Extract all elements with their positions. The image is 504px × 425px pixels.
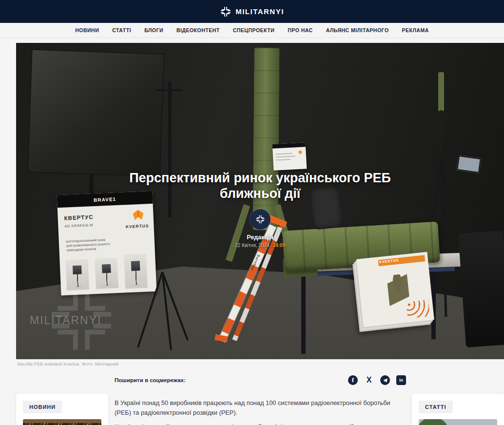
- share-label: Поширити в соцмережах:: [115, 377, 186, 383]
- publish-date: 22 Квітня, 2024 14:09: [16, 243, 504, 248]
- telegram-plane-glyph: [383, 378, 388, 383]
- article-title: Перспективний ринок українського РЕБ бли…: [124, 171, 397, 202]
- nav-item-news[interactable]: НОВИНИ: [75, 27, 99, 33]
- articles-section-badge[interactable]: СТАТТІ: [419, 401, 453, 413]
- publish-time: 14:09: [272, 243, 285, 248]
- site-header: MILITARNYI: [0, 0, 504, 23]
- photo-table-leg: [301, 272, 306, 354]
- telegram-icon[interactable]: [380, 375, 390, 385]
- author-name[interactable]: Редакція: [16, 234, 504, 241]
- facebook-icon[interactable]: f: [348, 375, 358, 385]
- articles-thumbnail-image[interactable]: [419, 419, 497, 425]
- main-navigation: НОВИНИ СТАТТІ БЛОГИ ВІДЕОКОНТЕНТ СПЕЦПРО…: [0, 23, 504, 38]
- nav-item-alliance[interactable]: АЛЬЯНС МІЛІТАРНОГО: [326, 27, 389, 33]
- brochure-pattern: [406, 300, 430, 319]
- news-sidebar-card: НОВИНИ: [16, 394, 108, 425]
- photo-dark-crate: [458, 231, 504, 348]
- nav-item-ads[interactable]: РЕКЛАМА: [402, 27, 429, 33]
- nav-item-video[interactable]: ВІДЕОКОНТЕНТ: [176, 27, 220, 33]
- hero-image: BRAVE1 КВЕРТУС AD KRAKEN-M KVERTUS БАГАТ…: [16, 43, 504, 359]
- date-text: 22 Квітня, 2024: [235, 243, 270, 248]
- hero-overlay: Перспективний ринок українського РЕБ бли…: [16, 171, 504, 248]
- militarnyi-watermark: MILITARNYI: [30, 285, 137, 356]
- photo-caption: Засоби РЕБ компанії Kvertus. Фото: Міліт…: [17, 361, 118, 367]
- share-row: Поширити в соцмережах: f X in: [115, 375, 406, 385]
- articles-sidebar-card: СТАТТІ: [412, 394, 504, 425]
- news-section-badge[interactable]: НОВИНИ: [23, 401, 62, 413]
- nav-item-articles[interactable]: СТАТТІ: [112, 27, 131, 33]
- brochure-soldier-image: [387, 273, 410, 306]
- x-twitter-icon[interactable]: X: [364, 375, 374, 385]
- news-thumbnail-image[interactable]: [23, 419, 101, 425]
- nav-item-blogs[interactable]: БЛОГИ: [144, 27, 163, 33]
- militarnyi-logo-icon[interactable]: [220, 6, 232, 18]
- watermark-text: MILITARNYI: [30, 314, 101, 327]
- article-body: В Україні понад 50 виробників працюють н…: [115, 398, 407, 425]
- article-paragraph: Українські компанії отримують активну пі…: [115, 422, 407, 425]
- avatar-logo-icon: [255, 214, 265, 224]
- article-paragraph: В Україні понад 50 виробників працюють н…: [115, 398, 407, 418]
- nav-item-about[interactable]: ПРО НАС: [288, 27, 312, 33]
- nav-item-specprojects[interactable]: СПЕЦПРОЕКТИ: [233, 27, 275, 33]
- linkedin-icon[interactable]: in: [396, 375, 406, 385]
- share-icons: f X in: [348, 375, 406, 385]
- photo-brochure-stack: KVERTUS: [356, 252, 434, 327]
- site-logo-text[interactable]: MILITARNYI: [235, 7, 284, 16]
- author-avatar[interactable]: [250, 209, 271, 230]
